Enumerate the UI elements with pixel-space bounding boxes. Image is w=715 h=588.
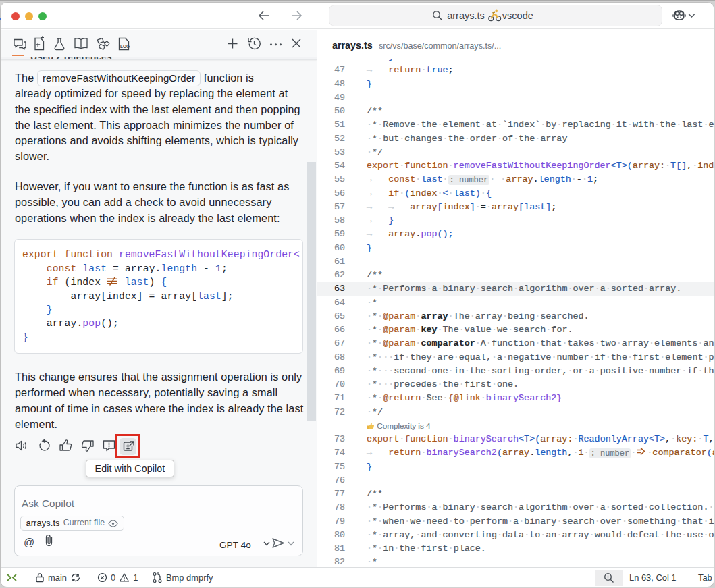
svg-text:LOG: LOG <box>120 44 130 49</box>
